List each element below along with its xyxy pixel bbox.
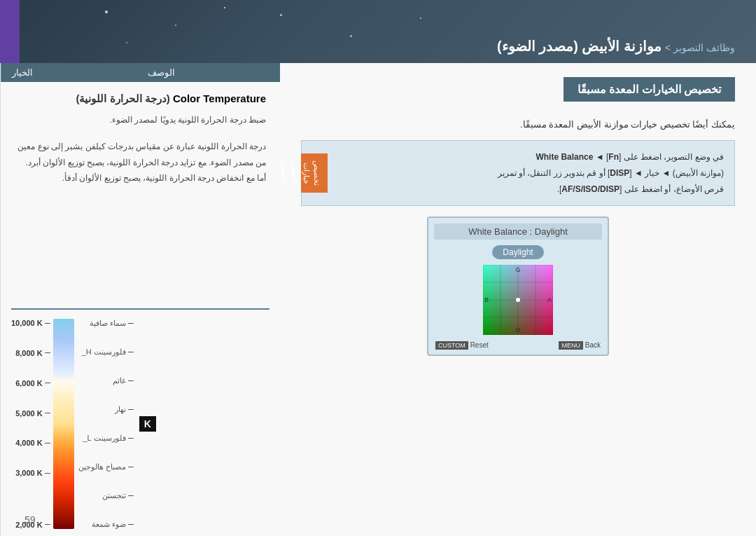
compass-a: A [547,296,552,303]
k-labels: 10,000 K 8,000 K 6,000 K 5,000 K 4,000 K… [11,319,53,529]
k-4000: 4,000 K [15,439,50,447]
ar-flL: فلورسينت L_ [78,434,134,443]
compass-b: B [484,296,489,303]
col-wasf-header: الوصف [43,63,280,82]
info-text-2: (موازنة الأبيض) ◄ خيار ◄ [DISP] أو قم بت… [498,168,724,178]
temp-color-bar [53,319,74,529]
ar-cloudy: غائم [78,376,134,385]
description-content: Color Temperature (درجة الحرارة اللونية)… [1,82,280,308]
page-number: 59 [24,514,36,525]
right-panel: تخصيص الخيارات المعدة مسبقًا يمكنك أيضًا… [280,63,756,536]
main-content: تخصيص الخيارات المعدة مسبقًا يمكنك أيضًا… [0,63,756,536]
k-10000: 10,000 K [11,319,50,327]
ar-candle: ضوء شمعة [78,520,134,529]
k-8000: 8,000 K [15,349,50,357]
desc-text-2: درجة الحرارة اللونية عبارة عن مقياس بدرج… [15,139,266,186]
ar-flH: فلورسينت H_ [78,348,134,357]
compass-g: G [515,266,520,273]
menu-key[interactable]: MENU [559,341,583,350]
section-title: تخصيص الخيارات المعدة مسبقًا [564,77,735,102]
ar-daylight: نهار [78,405,134,414]
info-text-3: قرص الأوضاع، أو اضغط على [AF/S/ISO/DISP]… [557,184,724,194]
k-5000: 5,000 K [15,409,50,418]
white-balance-display: White Balance : Daylight Daylight G B A … [427,217,609,356]
k-6000: 6,000 K [15,379,50,387]
wb-footer: MENU Back CUSTOM Reset [434,338,602,349]
wb-custom-reset: CUSTOM Reset [435,341,489,349]
k-black-square: K [139,416,156,432]
col-kheear-header: الخيار [1,63,43,82]
custom-key[interactable]: CUSTOM [435,341,468,350]
desc-title: Color Temperature (درجة الحرارة اللونية) [15,92,266,105]
reset-label: Reset [470,341,489,349]
horizontal-divider [11,308,270,310]
desc-text-1: ضبط درجة الحرارة اللونية يدويًا لمصدر ال… [15,112,266,128]
wb-label: Daylight [492,245,543,259]
header-stars [0,0,756,63]
back-label: Back [585,341,601,349]
k-3000: 3,000 K [15,469,50,477]
info-box: في وضع التصوير، اضغط على [Fn] ◄ White Ba… [301,140,735,206]
left-panel: الوصف الخيار Color Temperature (درجة الح… [0,63,280,536]
desc-title-ar: (درجة الحرارة اللونية) [76,92,169,104]
ar-halogen: مصباح هالوجين [78,462,134,472]
desc-title-en: Color Temperature [173,92,266,104]
ar-labels: سماء صافية فلورسينت H_ غائم نهار فلورسين… [74,319,134,529]
compass-m: M [515,327,521,334]
wb-grid-container: G B A M [483,265,553,335]
ar-sky: سماء صافية [78,319,134,328]
table-header: الوصف الخيار [1,63,280,82]
wb-title: White Balance : Daylight [434,224,602,240]
ar-tungsten: تنجستن [78,491,134,500]
wb-menu-back: MENU Back [559,341,601,349]
header: وظائف التصوير > موازنة الأبيض (مصدر الضو… [0,0,756,63]
info-text-1: في وضع التصوير، اضغط على [Fn] ◄ White Ba… [536,152,724,162]
section-description: يمكنك أيضًا تخصيص خيارات موازنة الأبيض ا… [301,119,735,130]
customize-button[interactable]: تخصيص خيارات التعيين المسبق [301,153,328,193]
